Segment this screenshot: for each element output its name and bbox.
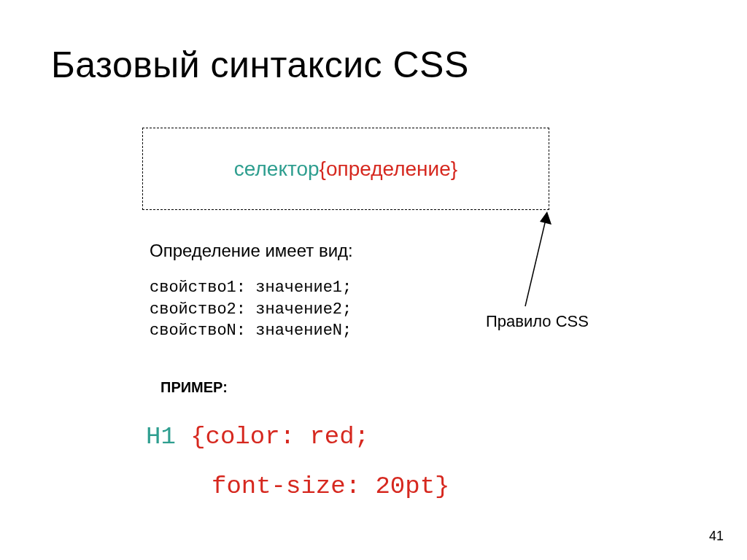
example-code: H1 {color: red; font-size: 20pt}	[146, 412, 449, 511]
example-label: ПРИМЕР:	[160, 379, 228, 396]
example-line-1: {color: red;	[176, 423, 369, 451]
svg-line-0	[525, 214, 547, 306]
definition-line-3: свойствоN: значениеN;	[150, 320, 352, 342]
syntax-close-brace: }	[451, 158, 457, 181]
definition-line-1: свойство1: значение1;	[150, 277, 352, 299]
page-number: 41	[709, 529, 724, 544]
definition-label: Определение имеет вид:	[150, 241, 353, 261]
syntax-rule-box: селектор { определение }	[142, 128, 549, 210]
syntax-definition: определение	[326, 158, 451, 181]
svg-marker-1	[540, 211, 551, 225]
slide: Базовый синтаксис CSS селектор { определ…	[0, 0, 747, 560]
definition-lines: свойство1: значение1; свойство2: значени…	[150, 277, 352, 342]
syntax-open-brace: {	[320, 158, 326, 181]
definition-line-2: свойство2: значение2;	[150, 299, 352, 321]
example-selector: H1	[146, 423, 176, 451]
example-line-2: font-size: 20pt}	[146, 462, 449, 511]
arrow-icon	[460, 211, 576, 317]
syntax-selector: селектор	[234, 158, 320, 181]
slide-title: Базовый синтаксис CSS	[51, 44, 696, 86]
css-rule-label: Правило CSS	[486, 312, 589, 331]
